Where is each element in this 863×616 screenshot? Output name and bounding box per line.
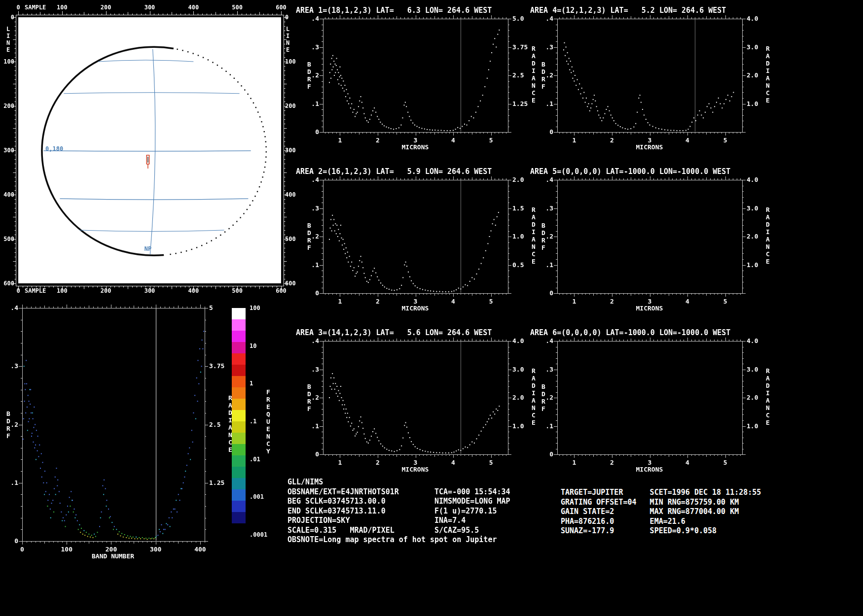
- area5-ytick-label: .1: [534, 261, 553, 269]
- area6-xtick-label: 1: [566, 459, 582, 466]
- area2-rtick-label: 0.5: [512, 261, 524, 269]
- sky-sample-tick-top: 300: [143, 4, 157, 11]
- area3-xtick-label: 3: [408, 459, 424, 466]
- area5-canvas: [552, 175, 747, 298]
- band-density-rtick-label: 2.5: [209, 421, 220, 428]
- area5-xtick-label: 5: [718, 298, 733, 305]
- frequency-colorbar-tick-label: .001: [250, 493, 264, 500]
- area5-xtick-label: 3: [642, 298, 658, 305]
- area3-xtick-label: 2: [370, 459, 386, 466]
- sky-north-pole-label: NP: [144, 245, 151, 252]
- sky-sample-tick-top: 400: [186, 4, 200, 11]
- sky-line-tick-left: 100: [1, 58, 14, 65]
- area5-xtick-label: 4: [680, 298, 695, 305]
- band-density-ytick-label: .4: [0, 304, 18, 311]
- area6-ytick-label: 0: [534, 450, 553, 458]
- frequency-colorbar-title: F R E Q U E N C Y: [266, 388, 270, 455]
- area4-title: AREA 4=(12,1,2,3) LAT= 5.2 LON= 264.6 WE…: [530, 6, 726, 15]
- area5-ytick-label: .3: [534, 205, 553, 212]
- area3-ytick-label: .4: [299, 337, 319, 344]
- area4-xtick-label: 4: [680, 137, 695, 144]
- sky-sample-tick-bottom: 0: [11, 287, 25, 294]
- sky-equator-label: 0,180: [45, 145, 63, 152]
- area4-rtick-label: 2.0: [747, 71, 758, 79]
- area2-rtick-label: 2.0: [512, 176, 524, 183]
- area3-rtick-label: 3.0: [512, 366, 524, 373]
- frequency-colorbar-tick-label: .01: [250, 456, 260, 463]
- sky-line-tick-right: 500: [285, 236, 296, 242]
- area2-rtick-label: 1.0: [512, 233, 524, 240]
- band-density-yaxis-title: B D R F: [6, 410, 10, 440]
- band-density-rtick-label: 5: [209, 304, 213, 311]
- area3-xtick-label: 5: [483, 459, 499, 466]
- sky-left-axis-title: L I N E: [6, 26, 10, 53]
- band-density-ytick-label: .3: [0, 362, 18, 370]
- sky-sample-tick-bottom: 300: [143, 287, 157, 294]
- sky-line-tick-left: 600: [1, 280, 14, 287]
- band-density-xtick-label: 300: [148, 546, 164, 553]
- area3-xtick-label: 1: [332, 459, 348, 466]
- area2-xtick-label: 4: [445, 298, 461, 305]
- area5-rtick-label: 1.0: [747, 261, 758, 269]
- area6-yaxis-title: B D R F: [541, 383, 545, 412]
- frequency-colorbar-tick-label: 10: [250, 342, 256, 349]
- sky-line-tick-right: 200: [285, 103, 296, 109]
- band-density-xtick-label: 200: [103, 546, 119, 553]
- area5-yaxis-title: B D R F: [541, 222, 545, 251]
- sky-line-tick-left: 300: [1, 147, 14, 154]
- sky-line-tick-right: 600: [285, 280, 296, 287]
- sky-sample-tick-top: 0: [11, 4, 25, 11]
- sky-line-tick-left: 400: [1, 191, 14, 198]
- area3-canvas: [318, 336, 513, 459]
- area6-rtick-label: 4.0: [747, 337, 758, 344]
- band-density-rtick-label: 3.75: [209, 362, 224, 370]
- area5-raxis-title: R A D I A N C E: [766, 206, 770, 265]
- area2-rtick-label: 1.5: [512, 205, 524, 212]
- area5-rtick-label: 4.0: [747, 176, 758, 183]
- area5-xtick-label: 2: [604, 298, 620, 305]
- area2-ytick-label: .4: [299, 176, 319, 183]
- area1-xtick-label: 5: [483, 137, 499, 144]
- area3-ytick-label: .1: [299, 422, 319, 430]
- area6-xtick-label: 5: [718, 459, 733, 466]
- sky-right-axis-title: L I N E: [286, 26, 289, 53]
- area5-rtick-label: 2.0: [747, 233, 758, 240]
- area1-ytick-label: 0: [299, 128, 319, 136]
- sky-line-tick-left: 0: [1, 14, 14, 21]
- area2-xaxis-title: MICRONS: [402, 305, 429, 312]
- sky-sample-tick-bottom: 200: [99, 287, 113, 294]
- frequency-colorbar-tick-label: 100: [250, 305, 260, 311]
- area5-title: AREA 5=(0,0,0,0) LAT=-1000.0 LON=-1000.0…: [530, 167, 730, 176]
- observation-info-right: TARGET=JUPITER SCET=1996 DEC 18 11:28:55…: [561, 488, 761, 536]
- area4-ytick-label: .1: [534, 100, 553, 107]
- area4-ytick-label: .3: [534, 43, 553, 51]
- area2-ytick-label: .1: [299, 261, 319, 269]
- area6-xtick-label: 4: [680, 459, 695, 466]
- sky-sample-tick-top: 200: [99, 4, 113, 11]
- frequency-colorbar-tick-label: 1: [250, 380, 253, 387]
- band-density-rtick-label: 1.25: [209, 479, 224, 486]
- area1-ytick-label: .3: [299, 43, 319, 51]
- area6-rtick-label: 1.0: [747, 422, 758, 430]
- area2-xtick-label: 3: [408, 298, 424, 305]
- area6-ytick-label: .1: [534, 422, 553, 430]
- sky-line-tick-right: 100: [285, 58, 296, 65]
- frequency-colorbar-canvas: [232, 308, 246, 535]
- area6-xtick-label: 2: [604, 459, 620, 466]
- area4-rtick-label: 1.0: [747, 100, 758, 107]
- band-density-xtick-label: 0: [14, 546, 30, 553]
- frequency-colorbar-tick-label: .1: [250, 418, 256, 425]
- band-density-xaxis-title: BAND NUMBER: [92, 552, 134, 560]
- band-density-xtick-label: 100: [59, 546, 74, 553]
- area3-title: AREA 3=(14,1,2,3) LAT= 5.6 LON= 264.6 WE…: [296, 328, 492, 337]
- area1-xtick-label: 4: [445, 137, 461, 144]
- area4-rtick-label: 4.0: [747, 15, 758, 22]
- area1-xtick-label: 2: [370, 137, 386, 144]
- area5-ytick-label: 0: [534, 289, 553, 297]
- area2-xtick-label: 1: [332, 298, 348, 305]
- sky-sample-tick-top: 600: [274, 4, 288, 11]
- sky-line-tick-right: 400: [285, 191, 296, 198]
- area6-raxis-title: R A D I A N C E: [766, 367, 770, 426]
- area1-title: AREA 1=(18,1,2,3) LAT= 6.3 LON= 264.6 WE…: [296, 6, 492, 15]
- area1-xtick-label: 1: [332, 137, 348, 144]
